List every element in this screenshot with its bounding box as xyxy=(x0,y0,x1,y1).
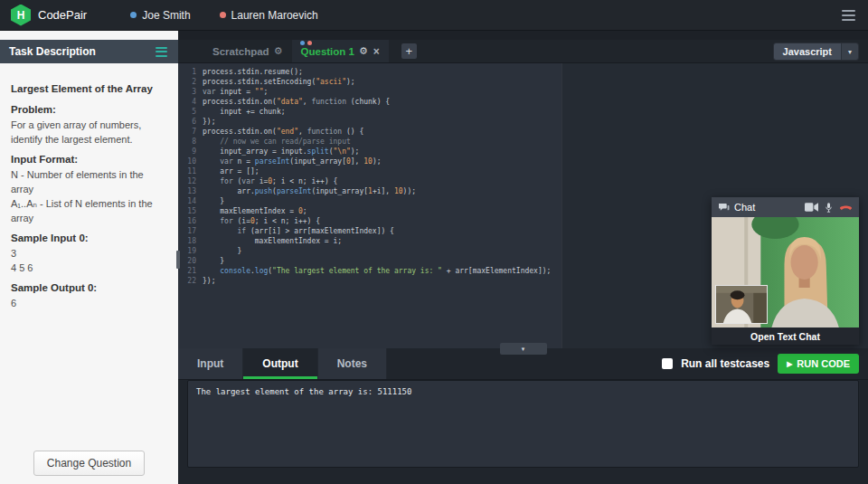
sample-input-line: 3 xyxy=(11,246,167,261)
chat-title: Chat xyxy=(734,202,755,213)
line-number: 17 xyxy=(178,226,203,236)
task-sidebar: Task Description Largest Element of the … xyxy=(0,31,178,484)
code-line[interactable]: 8 // now we can read/parse input xyxy=(178,137,868,147)
sample-input-label: Sample Input 0: xyxy=(11,231,167,246)
run-controls: Run all testcases ▶ RUN CODE xyxy=(662,348,868,379)
code-line[interactable]: 1process.stdin.resume(); xyxy=(178,67,868,77)
task-description-header: Task Description xyxy=(0,40,178,63)
new-tab-button[interactable]: + xyxy=(401,43,417,59)
code-line[interactable]: 11 arr = []; xyxy=(178,166,868,176)
line-number: 8 xyxy=(178,137,203,147)
task-description-title: Task Description xyxy=(9,45,96,58)
tab-input[interactable]: Input xyxy=(178,348,243,379)
chat-bubble-icon xyxy=(718,203,730,213)
question-title: Largest Element of the Array xyxy=(11,81,167,97)
gear-icon[interactable]: ⚙ xyxy=(274,45,283,57)
end-call-icon[interactable] xyxy=(839,204,853,211)
line-number: 20 xyxy=(178,256,203,266)
camera-icon[interactable] xyxy=(805,203,818,212)
call-controls xyxy=(805,202,853,214)
presence-dot-red xyxy=(307,41,312,45)
input-format-line: N - Number of elements in the array xyxy=(11,167,167,196)
line-number: 16 xyxy=(178,216,203,226)
presence-dot-blue xyxy=(300,41,305,45)
code-line[interactable]: 5 input += chunk; xyxy=(178,107,868,117)
tab-output[interactable]: Output xyxy=(243,348,317,379)
video-chat-panel: Chat xyxy=(712,197,859,345)
code-line[interactable]: 2process.stdin.setEncoding("ascii"); xyxy=(178,77,868,87)
sidebar-collapse-icon[interactable] xyxy=(154,43,169,61)
codepair-app: H CodePair Joe Smith Lauren Maroevich Ta… xyxy=(0,0,868,484)
tab-question-1-label: Question 1 xyxy=(301,46,354,57)
line-number: 3 xyxy=(178,87,203,97)
sample-output-label: Sample Output 0: xyxy=(11,280,167,296)
app-title: CodePair xyxy=(38,8,87,22)
panel-collapse-handle[interactable]: ▾ xyxy=(500,343,547,355)
line-number: 9 xyxy=(178,147,203,157)
line-number: 13 xyxy=(178,186,203,196)
run-code-label: RUN CODE xyxy=(797,358,850,369)
code-line[interactable]: 13 arr.push(parseInt(input_array[1+i], 1… xyxy=(178,186,868,196)
editor-tab-bar: Scratchpad ⚙ Question 1 ⚙ × + Javascript… xyxy=(178,40,868,63)
output-console: The largest element of the array is: 511… xyxy=(187,380,859,468)
tab-question-1[interactable]: Question 1 ⚙ × xyxy=(292,40,389,62)
input-format-label: Input Format: xyxy=(11,152,167,167)
play-icon: ▶ xyxy=(787,360,792,368)
line-number: 10 xyxy=(178,157,203,166)
console-output-text: The largest element of the array is: 511… xyxy=(196,387,411,396)
top-bar: H CodePair Joe Smith Lauren Maroevich xyxy=(0,0,868,31)
input-format-line: A₁..Aₙ - List of N elements in the array xyxy=(11,196,167,225)
line-number: 21 xyxy=(178,266,203,276)
close-tab-icon[interactable]: × xyxy=(373,45,380,58)
participant-name: Joe Smith xyxy=(142,9,190,22)
code-line[interactable]: 10 var n = parseInt(input_array[0], 10); xyxy=(178,157,868,166)
code-line[interactable]: 7process.stdin.on("end", function () { xyxy=(178,127,868,137)
sample-input-line: 4 5 6 xyxy=(11,261,167,275)
tab-scratchpad[interactable]: Scratchpad ⚙ xyxy=(203,40,292,62)
io-panel: ▾ Input Output Notes Run all testcases ▶… xyxy=(178,348,868,484)
remote-video-feed xyxy=(712,217,859,327)
line-number: 6 xyxy=(178,117,203,127)
line-number: 7 xyxy=(178,127,203,137)
line-number: 1 xyxy=(178,67,203,77)
logo-letter: H xyxy=(17,9,25,22)
chevron-down-icon[interactable]: ▾ xyxy=(841,43,858,60)
run-all-testcases-label: Run all testcases xyxy=(681,357,769,370)
hamburger-menu-icon[interactable] xyxy=(840,6,857,24)
code-line[interactable]: 12 for (var i=0; i < n; i++) { xyxy=(178,176,868,186)
language-selector[interactable]: Javascript ▾ xyxy=(773,43,859,61)
code-line[interactable]: 6}); xyxy=(178,117,868,127)
tab-scratchpad-label: Scratchpad xyxy=(212,46,269,57)
problem-label: Problem: xyxy=(11,102,167,118)
participant-dot xyxy=(220,12,226,18)
line-number: 22 xyxy=(178,276,203,286)
line-number: 14 xyxy=(178,196,203,206)
change-question-button[interactable]: Change Question xyxy=(33,451,145,476)
code-line[interactable]: 9 input_array = input.split("\n"); xyxy=(178,147,868,157)
gear-icon[interactable]: ⚙ xyxy=(359,45,368,57)
problem-text: For a given array of numbers, identify t… xyxy=(11,118,167,147)
participant-name: Lauren Maroevich xyxy=(231,9,318,22)
language-label[interactable]: Javascript xyxy=(774,43,841,60)
run-code-button[interactable]: ▶ RUN CODE xyxy=(778,354,859,374)
panel-resize-handle[interactable] xyxy=(176,251,180,269)
line-number: 5 xyxy=(178,107,203,117)
microphone-icon[interactable] xyxy=(825,202,833,214)
code-line[interactable]: 4process.stdin.on("data", function (chun… xyxy=(178,97,868,107)
hackerrank-logo: H xyxy=(11,5,31,26)
chat-header[interactable]: Chat xyxy=(712,197,859,217)
tab-notes[interactable]: Notes xyxy=(318,348,387,379)
run-all-testcases-checkbox[interactable] xyxy=(662,358,673,369)
self-video-image xyxy=(716,286,767,323)
participant-dot xyxy=(130,12,137,18)
line-number: 11 xyxy=(178,166,203,176)
code-line[interactable]: 3var input = ""; xyxy=(178,87,868,97)
task-description-body: Largest Element of the Array Problem: Fo… xyxy=(0,72,178,433)
line-number: 12 xyxy=(178,176,203,186)
participant-joe: Joe Smith xyxy=(130,9,190,22)
line-number: 19 xyxy=(178,246,203,256)
open-text-chat-button[interactable]: Open Text Chat xyxy=(712,327,859,345)
sample-output-value: 6 xyxy=(11,296,167,310)
presence-dots xyxy=(300,41,312,45)
line-number: 4 xyxy=(178,97,203,107)
